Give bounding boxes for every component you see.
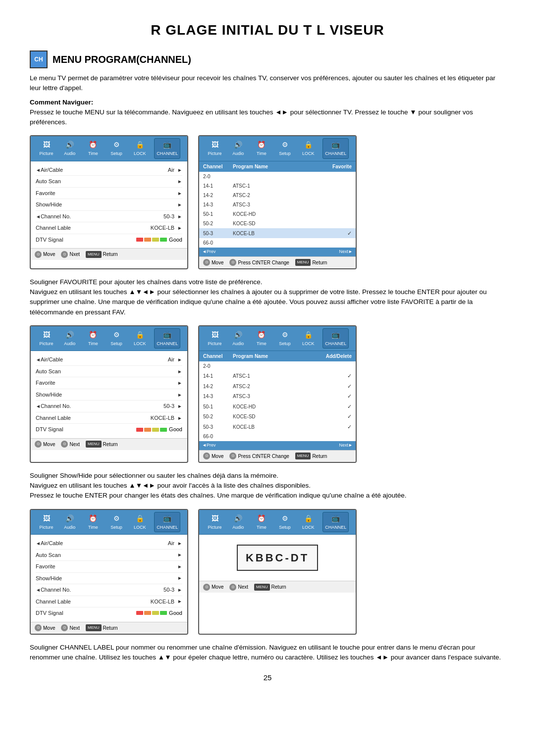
- screenshots-row-2: 🖼 Picture 🔊 Audio ⏰ Time ⚙ Setup 🔒 LOCK …: [30, 325, 505, 463]
- tv-footer-1: ⊙ Move ⊙ Nxet MENU Return: [31, 248, 187, 260]
- menu-setup-1: ⚙ Setup: [107, 140, 125, 157]
- menu-channel-1: 📺 CHANNEL: [154, 138, 180, 159]
- tv-screen-right-1: 🖼 Picture 🔊 Audio ⏰ Time ⚙ Setup 🔒 LOCK …: [198, 135, 357, 269]
- tv-footer-r1: ⊙ Move ⊙ Press CtNTER Change MENU Return: [199, 256, 356, 268]
- tv-menu-bar-r2: 🖼 Picture 🔊 Audio ⏰ Time ⚙ Setup 🔒 LOCK …: [199, 326, 356, 352]
- menu-time-2: ⏰ Time: [84, 330, 102, 348]
- section-header: CH MENU PROGRAM(CHANNEL): [30, 50, 505, 68]
- time-icon-1: ⏰: [89, 140, 97, 150]
- row-favorite-2: Favorite ►: [36, 377, 182, 389]
- tv-screen-left-1: 🖼 Picture 🔊 Audio ⏰ Time ⚙ Setup 🔒 LOCK …: [30, 135, 188, 269]
- nxet-icon-1: ⊙: [61, 251, 68, 258]
- tv-body-1: ◄ Air/Cable Air ► Auto Scan ► Favorite ►…: [31, 161, 187, 249]
- screenshots-row-3: 🖼 Picture 🔊 Audio ⏰ Time ⚙ Setup 🔒 LOCK …: [30, 509, 505, 635]
- tv-body-3: ◄ Air/Cable Air ► Auto Scan ► Favorite ►…: [31, 535, 187, 622]
- menu-setup-r1: ⚙ Setup: [276, 140, 294, 157]
- screenshots-row-1: 🖼 Picture 🔊 Audio ⏰ Time ⚙ Setup 🔒 LOCK …: [30, 135, 505, 269]
- ch-row-20: 2-0: [199, 172, 356, 181]
- row-channelno-2: ◄ Channel No. 50-3 ►: [36, 401, 182, 412]
- tv-menu-bar-2: 🖼 Picture 🔊 Audio ⏰ Time ⚙ Setup 🔒 LOCK …: [31, 326, 187, 352]
- channel-nav-1: ◄Prev Next►: [199, 248, 356, 256]
- page-title: R GLAGE INITIAL DU T L VISEUR: [30, 20, 505, 41]
- tv-footer-r2: ⊙ Move ⊙ Press CtNTER Change MENU Return: [199, 450, 356, 462]
- para3-text: Souligner Show/Hide pour sélectionner ou…: [30, 471, 505, 501]
- channel-nav-2: ◄Prev Next►: [199, 441, 356, 450]
- menu-audio-1: 🔊 Audio: [61, 140, 79, 157]
- ch-row-503: 50-3KOCE-LB✓: [199, 228, 356, 239]
- menu-lock-1: 🔒 LOCK: [131, 140, 149, 157]
- picture-icon-1: 🖼: [43, 140, 50, 150]
- channel-icon-1: 📺: [163, 140, 171, 150]
- label-input-screen: KBBC-DT: [199, 535, 356, 581]
- ch-row-502: 50-2KOCE-SD: [199, 219, 356, 228]
- tv-menu-bar-r3: 🖼 Picture 🔊 Audio ⏰ Time ⚙ Setup 🔒 LOCK …: [199, 510, 356, 535]
- tv-menu-bar-r1: 🖼 Picture 🔊 Audio ⏰ Time ⚙ Setup 🔒 LOCK …: [199, 136, 356, 161]
- para4-text: Souligner CHANNEL LABEL pour nommer ou r…: [30, 643, 505, 663]
- page-number: 25: [30, 672, 505, 684]
- row-showhide-1: Show/Hide ►: [36, 199, 182, 211]
- lock-icon-1: 🔒: [136, 140, 144, 150]
- channel-list-2: 2-0 14-1ATSC-1✓ 14-2ATSC-2✓ 14-3ATSC-3✓ …: [199, 361, 356, 441]
- row-aircable-2: ◄ Air/Cable Air ►: [36, 354, 182, 366]
- menu-picture-1: 🖼 Picture: [38, 140, 55, 157]
- para2-text: Souligner FAVOURITE pour ajouter les cha…: [30, 277, 505, 317]
- ch-row-501: 50-1KOCE-HD: [199, 209, 356, 219]
- tv-screen-left-3: 🖼 Picture 🔊 Audio ⏰ Time ⚙ Setup 🔒 LOCK …: [30, 509, 188, 635]
- menu-channel-r1: 📺 CHANNEL: [322, 138, 349, 159]
- tv-menu-bar-3: 🖼 Picture 🔊 Audio ⏰ Time ⚙ Setup 🔒 LOCK …: [31, 510, 187, 535]
- row-channellable-1: Channel Lable KOCE-LB ►: [36, 222, 182, 234]
- tv-screen-right-3: 🖼 Picture 🔊 Audio ⏰ Time ⚙ Setup 🔒 LOCK …: [198, 509, 357, 635]
- row-showhide-2: Show/Hide ►: [36, 389, 182, 401]
- nav-label: Comment Naviguer: Pressez le touche MENU…: [30, 98, 505, 128]
- tv-footer-r3: ⊙ Move ⊙ Next MENU Return: [199, 581, 356, 593]
- menu-time-r1: ⏰ Time: [253, 140, 270, 157]
- menu-lock-2: 🔒 LOCK: [131, 330, 149, 348]
- tv-menu-bar-1: 🖼 Picture 🔊 Audio ⏰ Time ⚙ Setup 🔒 LOCK …: [31, 136, 187, 161]
- ch-row-143: 14-3ATSC-3: [199, 200, 356, 209]
- menu-audio-r1: 🔊 Audio: [229, 140, 247, 157]
- row-autoscan-2: Auto Scan ►: [36, 366, 182, 378]
- audio-icon-1: 🔊: [65, 140, 74, 150]
- ch-row-660: 66-0: [199, 238, 356, 248]
- menu-lock-r1: 🔒 LOCK: [299, 140, 317, 157]
- section-title-text: MENU PROGRAM(CHANNEL): [53, 52, 191, 67]
- ch-row-142: 14-2ATSC-2: [199, 191, 356, 200]
- tv-screen-left-2: 🖼 Picture 🔊 Audio ⏰ Time ⚙ Setup 🔒 LOCK …: [30, 325, 188, 463]
- signal-bars-1: [136, 238, 167, 242]
- menu-picture-2: 🖼 Picture: [38, 330, 55, 348]
- tv-body-2: ◄ Air/Cable Air ► Auto Scan ► Favorite ►…: [31, 351, 187, 438]
- intro-text: Le menu TV permet de paramétrer votre té…: [30, 73, 505, 94]
- menu-picture-r1: 🖼 Picture: [206, 140, 224, 157]
- menu-setup-2: ⚙ Setup: [107, 330, 125, 348]
- row-dtvsignal-1: DTV Signal Good: [36, 234, 182, 246]
- ch-row-141: 14-1ATSC-1: [199, 181, 356, 191]
- menu-audio-2: 🔊 Audio: [61, 330, 79, 348]
- row-aircable-1: ◄ Air/Cable Air ►: [36, 164, 182, 176]
- menu-channel-2: 📺 CHANNEL: [154, 328, 180, 349]
- footer-return-r1: MENU Return: [295, 259, 327, 266]
- tv-screen-right-2: 🖼 Picture 🔊 Audio ⏰ Time ⚙ Setup 🔒 LOCK …: [198, 325, 357, 463]
- menu-box-1: MENU: [86, 251, 102, 258]
- footer-nxet-1: ⊙ Nxet: [61, 251, 80, 258]
- channel-header-2: Channel Program Name Add/Delete: [199, 351, 356, 361]
- channel-header-1: Channel Program Name Favorite: [199, 161, 356, 172]
- footer-move-1: ⊙ Move: [35, 251, 55, 258]
- setup-icon-1: ⚙: [113, 140, 120, 150]
- section-icon: CH: [30, 50, 48, 68]
- footer-enter-r1: ⊙ Press CtNTER Change: [229, 259, 289, 266]
- row-dtvsignal-2: DTV Signal Good: [36, 424, 182, 435]
- channel-list-1: 2-0 14-1ATSC-1 14-2ATSC-2 14-3ATSC-3 50-…: [199, 172, 356, 248]
- footer-return-1: MENU Return: [86, 251, 118, 258]
- row-favorite-1: Favorite ►: [36, 188, 182, 200]
- footer-move-r1: ⊙ Move: [203, 259, 223, 266]
- row-dtvsignal-3: DTV Signal Good: [36, 607, 182, 619]
- menu-time-1: ⏰ Time: [84, 140, 102, 157]
- row-channelno-1: ◄ Channel No. 50-3 ►: [36, 211, 182, 223]
- label-display: KBBC-DT: [237, 545, 318, 571]
- tv-footer-2: ⊙ Move ⊙ Next MENU Return: [31, 438, 187, 450]
- row-channellable-2: Channel Lable KOCE-LB ►: [36, 412, 182, 424]
- row-autoscan-1: Auto Scan ►: [36, 176, 182, 188]
- move-icon-1: ⊙: [35, 251, 42, 258]
